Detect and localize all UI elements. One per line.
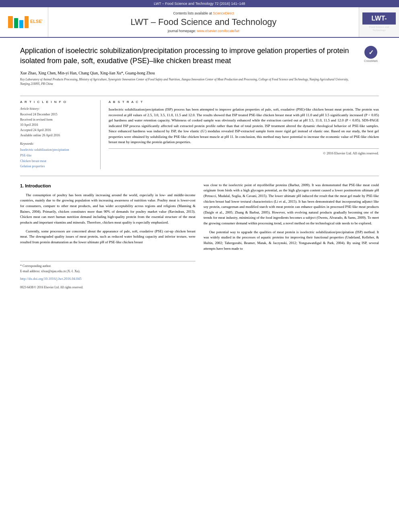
keyword-chicken: Chicken breast meat (20, 158, 95, 164)
article-title-section: Application of isoelectric solubilizatio… (20, 46, 379, 92)
top-bar: LWT – Food Science and Technology 72 (20… (0, 0, 399, 7)
authors-line: Xue Zhao, Xing Chen, Min-yi Han, Chang Q… (20, 71, 359, 75)
abstract-header: A B S T R A C T (109, 100, 379, 104)
email-note: E-mail address: xlxus@njau.edu.cn (X.-l.… (20, 269, 195, 274)
section-1-title: 1. Introduction (20, 183, 195, 189)
body-para-right-2: One potential way to upgrade the qualiti… (204, 230, 379, 252)
body-para-1: The consumption of poultry has been stea… (20, 193, 195, 226)
keyword-gelation: Gelation properties (20, 164, 95, 169)
svg-rect-4 (25, 16, 29, 28)
journal-header-center: Contents lists available at ScienceDirec… (48, 7, 359, 37)
article-body: A R T I C L E I N F O Article history: R… (20, 96, 379, 169)
lwt-logo-subtitle: Food Science and Technology (362, 25, 396, 32)
article-dates: Received 24 December 2015 Received in re… (20, 112, 95, 138)
article-title: Application of isoelectric solubilizatio… (20, 46, 359, 66)
crossmark-badge: ✓ CrossMark (363, 46, 379, 62)
keywords-header: Keywords: (20, 142, 95, 146)
svg-text:ELSEVIER: ELSEVIER (30, 19, 42, 24)
corresponding-note: * Corresponding author. (20, 264, 195, 269)
doi-line: http://dx.doi.org/10.1016/j.lwt.2016.04.… (20, 276, 195, 282)
keyword-isp: Isoelectric solubilization/precipitation (20, 147, 95, 153)
abstract-text: Isoelectric solubilization/precipitation… (109, 107, 379, 145)
crossmark-icon: ✓ (364, 46, 377, 59)
homepage-line: journal homepage: www.elsevier.com/locat… (168, 29, 239, 33)
article-info-header: A R T I C L E I N F O (20, 100, 95, 104)
footnote-divider (20, 261, 195, 264)
copyright-line: © 2016 Elsevier Ltd. All rights reserved… (109, 148, 379, 155)
elsevier-logo-container: ELSEVIER (0, 7, 48, 37)
date-received: Received 24 December 2015 (20, 112, 95, 117)
main-content: Application of isoelectric solubilizatio… (0, 38, 399, 298)
history-label: Article history: (20, 107, 95, 111)
lwt-logo-container: LWT- Food Science and Technology (359, 7, 399, 37)
svg-rect-2 (14, 18, 18, 28)
body-col-right: was close to the isoelectric point of my… (204, 183, 379, 290)
homepage-link[interactable]: www.elsevier.com/locate/lwt (197, 29, 239, 33)
keyword-pse: PSE-like (20, 153, 95, 158)
section-divider (20, 176, 379, 176)
svg-rect-1 (8, 16, 13, 28)
article-info-col: A R T I C L E I N F O Article history: R… (20, 100, 101, 169)
body-para-2: Currently, some processors are concerned… (20, 229, 195, 245)
journal-header: ELSEVIER Contents lists available at Sci… (0, 7, 399, 38)
lwt-logo: LWT- (362, 12, 396, 25)
elsevier-tree-icon: ELSEVIER (6, 14, 42, 30)
issn-line: 0023-6438/© 2016 Elsevier Ltd. All right… (20, 285, 195, 290)
crossmark-label: CrossMark (364, 60, 378, 62)
date-accepted: Accepted 24 April 2016 (20, 128, 95, 133)
article-title-text: Application of isoelectric solubilizatio… (20, 46, 359, 92)
svg-rect-3 (19, 20, 23, 28)
elsevier-logo: ELSEVIER (6, 14, 42, 30)
doi-link[interactable]: http://dx.doi.org/10.1016/j.lwt.2016.04.… (20, 277, 82, 281)
body-para-right-1: was close to the isoelectric point of my… (204, 183, 379, 226)
abstract-col: A B S T R A C T Isoelectric solubilizati… (109, 100, 379, 169)
keywords-list: Isoelectric solubilization/precipitation… (20, 147, 95, 169)
body-col-left: 1. Introduction The consumption of poult… (20, 183, 195, 290)
body-columns: 1. Introduction The consumption of poult… (20, 183, 379, 290)
affiliation-text: Key Laboratory of Animal Products Proces… (20, 78, 359, 86)
sciencedirect-link[interactable]: ScienceDirect (213, 11, 234, 15)
date-online: Available online 26 April 2016 (20, 133, 95, 138)
footnotes-area: * Corresponding author. E-mail address: … (20, 261, 195, 290)
date-revised-label: Received in revised form (20, 117, 95, 123)
journal-citation: LWT – Food Science and Technology 72 (20… (154, 2, 245, 6)
journal-title: LWT – Food Science and Technology (130, 17, 276, 27)
date-revised: 10 April 2016 (20, 123, 95, 128)
sciencedirect-line: Contents lists available at ScienceDirec… (173, 11, 234, 15)
